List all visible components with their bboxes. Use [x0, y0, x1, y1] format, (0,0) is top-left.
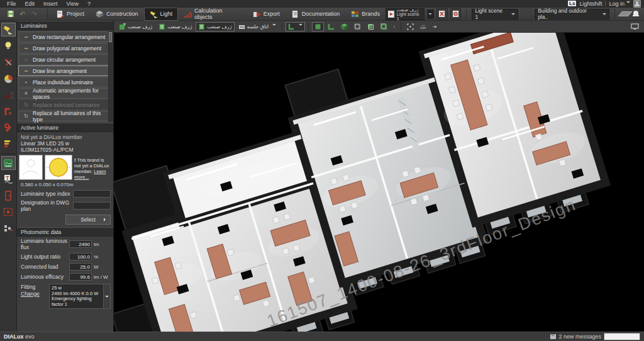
new-messages-label[interactable]: 2 new messages — [558, 333, 601, 340]
measure-horizontal-button[interactable]: ↔mm — [418, 22, 428, 31]
light-sources-tool[interactable] — [1, 39, 16, 53]
rectangular-arrangement-icon: •• — [22, 34, 30, 40]
plan-view-icon[interactable] — [618, 11, 633, 16]
scene-settings-button[interactable] — [450, 8, 462, 20]
tab-export[interactable]: Export — [247, 8, 286, 21]
notifications-bell-icon[interactable] — [633, 11, 639, 17]
tab-light[interactable]: Light — [144, 8, 179, 21]
floorplan-view-icon — [328, 23, 335, 30]
measure-vertical-button[interactable]: ⇥ — [430, 22, 439, 31]
view-3d-solid-button[interactable] — [312, 22, 324, 31]
dwg-designation-label: Designation in DWG plan — [21, 199, 71, 212]
user-avatar-icon[interactable] — [633, 0, 641, 8]
view-more-collapse[interactable]: ‹ — [391, 22, 397, 31]
menu-help[interactable]: ? — [83, 1, 95, 7]
maintenance-tool[interactable] — [1, 55, 16, 69]
replace-all-luminaires-button[interactable]: ↻ Replace all luminaires of this type — [18, 111, 109, 121]
3d-canvas[interactable]: 161507_1400-08-26_3rdFloor_Design — [114, 33, 644, 332]
colors-tool[interactable] — [1, 72, 16, 86]
daylight-tool[interactable] — [1, 88, 16, 102]
chevron-down-icon — [297, 24, 303, 30]
draw-line-arrangement-button[interactable]: •• Draw line arrangement — [18, 65, 109, 76]
light-scene-select[interactable]: Light scene 1 — [472, 9, 518, 20]
menu-view[interactable]: View — [62, 1, 83, 7]
gear-icon — [452, 10, 459, 18]
lightshift-label[interactable]: Lightshift — [579, 1, 602, 7]
fitting-dropdown-arrow[interactable] — [103, 284, 110, 308]
furniture-icon — [4, 224, 13, 233]
light-scene-dropdown-arrow[interactable] — [427, 9, 434, 19]
draw-rectangular-arrangement-button[interactable]: •• Draw rectangular arrangement — [18, 31, 109, 42]
view-mode-select[interactable]: Building and outdoor pla.. — [535, 9, 609, 20]
delete-scene-button[interactable] — [436, 8, 448, 20]
connected-load-value[interactable]: 25.0 — [69, 263, 92, 271]
view-front-button[interactable] — [365, 22, 377, 31]
draw-polygonal-arrangement-button[interactable]: •• Draw polygonal arrangement — [18, 43, 109, 53]
luminaires-tool[interactable] — [1, 23, 16, 36]
login-button[interactable]: Log in — [609, 1, 630, 7]
panel-scrollbar[interactable] — [108, 31, 113, 121]
menu-file[interactable]: File — [3, 1, 21, 7]
type-index-input[interactable] — [73, 190, 111, 198]
view-side-button[interactable] — [378, 22, 390, 31]
save-button[interactable] — [6, 10, 14, 18]
fitting-select[interactable]: 25 w 2490 lm 4000 K 0.0 W Emergency ligh… — [49, 284, 111, 309]
energy-tool[interactable] — [1, 137, 16, 151]
scene-tab-2-active[interactable]: ژرف صنعت — [196, 22, 234, 31]
tab-construction[interactable]: Construction — [90, 8, 144, 21]
main-toolbar: ↶ ↷ Project Construction Light Calculati… — [0, 8, 644, 21]
draw-circular-arrangement-button[interactable]: ◌ Draw circular arrangement — [18, 54, 109, 65]
display-settings-button[interactable] — [628, 22, 641, 31]
viewport: ژرف صنعت ژرف صنعت ژرف صنعت اتاق جلسه — [114, 21, 644, 332]
select-luminaire-button[interactable]: Select — [65, 215, 111, 225]
menu-insert[interactable]: Insert — [39, 1, 62, 7]
undo-button[interactable]: ↶ — [18, 10, 26, 18]
change-fitting-link[interactable]: Change — [21, 291, 40, 297]
view-floorplan-button[interactable] — [325, 22, 337, 31]
room-selector[interactable]: اتاق جلسه — [236, 22, 279, 31]
settings-tool[interactable] — [1, 121, 16, 135]
redo-button[interactable]: ↷ — [30, 10, 38, 18]
automatic-arrangements-button[interactable]: ✳ Automatic arrangements for spaces — [18, 88, 109, 99]
monitor-icon — [631, 23, 639, 30]
view-3d-cube-button[interactable] — [338, 22, 350, 31]
text-annotation-tool[interactable]: T — [1, 172, 16, 186]
luminous-flux-value[interactable]: 2490 — [69, 240, 92, 248]
construction-icon — [96, 10, 104, 18]
scene-view-tool[interactable] — [1, 156, 16, 170]
luminaire-name: Linear 3M LED 25 w — [21, 140, 109, 147]
new-light-scene-button[interactable]: ژرف صنعت — [116, 22, 155, 31]
tab-project[interactable]: Project — [50, 8, 90, 21]
scene-preview-button[interactable] — [521, 8, 532, 20]
light-output-ratio-value[interactable]: 100.0 — [69, 253, 92, 260]
scene-doc-icon — [198, 23, 205, 30]
luminous-efficacy-value[interactable]: 99.6 — [69, 273, 92, 281]
divider — [605, 1, 606, 6]
scene-tab-1[interactable]: ژرف صنعت — [156, 22, 194, 31]
dwg-designation-input[interactable] — [73, 202, 111, 210]
tab-calculation-objects[interactable]: Calculation objects — [178, 8, 247, 21]
luminaire-drawing-thumbnail[interactable] — [19, 155, 43, 180]
replace-selected-luminaires-button: ↻ Replace selected luminaires — [18, 99, 109, 110]
divider — [282, 23, 282, 31]
menu-edit[interactable]: Edit — [21, 1, 40, 7]
tab-brands[interactable]: Brands — [345, 8, 386, 21]
polar-diagram-thumbnail[interactable] — [45, 155, 72, 180]
floorplan-3d-render[interactable]: 161507_1400-08-26_3rdFloor_Design — [114, 33, 644, 332]
zoom-fit-icon — [407, 23, 414, 30]
luminous-flux-unit: lm — [92, 242, 109, 247]
view-wireframe-button[interactable] — [352, 22, 364, 31]
zoom-fit-button[interactable] — [404, 22, 416, 31]
tab-documentation[interactable]: Documentation — [286, 8, 346, 21]
calculation-surface-tool[interactable] — [1, 205, 16, 219]
furniture-tool[interactable] — [1, 221, 16, 235]
front-view-icon — [367, 23, 374, 30]
place-individual-luminaire-button[interactable]: • Place individual luminaire — [18, 77, 109, 87]
menu-bar: File Edit Insert View ? Ls Lightshift Lo… — [0, 0, 644, 8]
ramp-icon — [4, 91, 13, 99]
active-light-scene-button[interactable]: ژرف صنعت Light scene 1 — [386, 8, 425, 20]
doors-tool[interactable] — [1, 189, 16, 203]
plan-mode-button[interactable] — [286, 22, 305, 31]
individual-luminaire-icon: • — [22, 79, 30, 85]
room-elements-tool[interactable] — [1, 104, 16, 118]
